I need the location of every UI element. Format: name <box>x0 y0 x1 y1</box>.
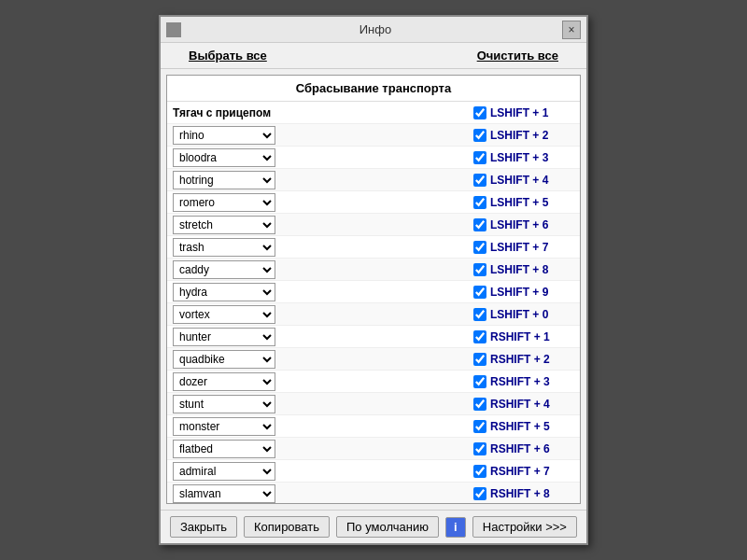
keybind-area: RSHIFT + 2 <box>473 353 574 366</box>
keybind-checkbox[interactable] <box>473 487 486 500</box>
list-item: dozerRSHIFT + 3 <box>167 371 580 393</box>
keybind-area: LSHIFT + 9 <box>473 286 574 299</box>
vehicle-select[interactable]: flatbed <box>173 440 275 458</box>
content-area: Сбрасывание транспорта Тягач с прицепомL… <box>166 75 581 504</box>
toolbar: Выбрать все Очистить все <box>161 43 586 69</box>
keybind-checkbox[interactable] <box>473 106 486 119</box>
list-item: romeroLSHIFT + 5 <box>167 191 580 214</box>
keybind-label: RSHIFT + 6 <box>490 442 574 455</box>
keybind-area: LSHIFT + 7 <box>473 241 574 254</box>
keybind-label: LSHIFT + 1 <box>490 106 574 119</box>
keybind-label: LSHIFT + 4 <box>490 174 574 187</box>
vehicle-select[interactable]: bloodra <box>173 148 275 167</box>
vehicle-select[interactable]: monster <box>173 417 275 436</box>
vehicle-select[interactable]: dozer <box>173 372 275 391</box>
keybind-label: LSHIFT + 8 <box>490 263 574 276</box>
list-item: stuntRSHIFT + 4 <box>167 393 580 415</box>
keybind-checkbox[interactable] <box>473 129 486 142</box>
keybind-checkbox[interactable] <box>473 174 486 187</box>
keybind-label: RSHIFT + 4 <box>490 398 574 411</box>
keybind-label: LSHIFT + 0 <box>490 308 574 321</box>
list-item: caddyLSHIFT + 8 <box>167 259 580 281</box>
keybind-area: LSHIFT + 3 <box>473 151 574 164</box>
keybind-area: RSHIFT + 3 <box>473 375 574 388</box>
keybind-label: RSHIFT + 1 <box>490 330 574 343</box>
keybind-checkbox[interactable] <box>473 263 486 276</box>
keybind-label: LSHIFT + 3 <box>490 151 574 164</box>
list-item: hydraLSHIFT + 9 <box>167 281 580 303</box>
vehicle-select[interactable]: romero <box>173 193 275 212</box>
keybind-checkbox[interactable] <box>473 353 486 366</box>
keybind-checkbox[interactable] <box>473 465 486 478</box>
list-item: Тягач с прицепомLSHIFT + 1 <box>167 102 580 124</box>
vehicle-select[interactable]: hydra <box>173 283 275 301</box>
keybind-label: RSHIFT + 5 <box>490 420 574 433</box>
keybind-area: RSHIFT + 5 <box>473 420 574 433</box>
keybind-checkbox[interactable] <box>473 375 486 388</box>
section-header: Сбрасывание транспорта <box>167 76 580 102</box>
keybind-area: LSHIFT + 8 <box>473 263 574 276</box>
list-item: stretchLSHIFT + 6 <box>167 214 580 236</box>
vehicle-select[interactable]: hunter <box>173 328 275 346</box>
keybind-area: LSHIFT + 0 <box>473 308 574 321</box>
keybind-area: LSHIFT + 5 <box>473 196 574 209</box>
keybind-checkbox[interactable] <box>473 398 486 411</box>
copy-button[interactable]: Копировать <box>244 516 330 538</box>
list-item: slamvanRSHIFT + 8 <box>167 483 580 503</box>
keybind-checkbox[interactable] <box>473 330 486 343</box>
vehicle-list[interactable]: Тягач с прицепомLSHIFT + 1rhinoLSHIFT + … <box>167 102 580 503</box>
close-button[interactable]: × <box>562 21 581 39</box>
vehicle-select[interactable]: slamvan <box>173 484 275 503</box>
vehicle-label: Тягач с прицепом <box>173 106 271 119</box>
keybind-label: LSHIFT + 6 <box>490 218 574 231</box>
vehicle-select[interactable]: stunt <box>173 395 275 413</box>
vehicle-select[interactable]: caddy <box>173 260 275 279</box>
list-item: rhinoLSHIFT + 2 <box>167 124 580 147</box>
vehicle-select[interactable]: admiral <box>173 462 275 481</box>
list-item: vortexLSHIFT + 0 <box>167 303 580 326</box>
keybind-checkbox[interactable] <box>473 218 486 231</box>
keybind-area: RSHIFT + 6 <box>473 442 574 455</box>
keybind-label: LSHIFT + 9 <box>490 286 574 299</box>
keybind-area: LSHIFT + 1 <box>473 106 574 119</box>
keybind-label: RSHIFT + 2 <box>490 353 574 366</box>
keybind-checkbox[interactable] <box>473 308 486 321</box>
vehicle-select[interactable]: hotring <box>173 171 275 189</box>
settings-button[interactable]: Настройки >>> <box>472 516 577 538</box>
list-item: hotringLSHIFT + 4 <box>167 169 580 191</box>
keybind-area: RSHIFT + 7 <box>473 465 574 478</box>
title-bar: Инфо × <box>161 17 586 43</box>
list-item: bloodraLSHIFT + 3 <box>167 147 580 169</box>
vehicle-select[interactable]: rhino <box>173 126 275 145</box>
keybind-area: LSHIFT + 4 <box>473 174 574 187</box>
keybind-checkbox[interactable] <box>473 151 486 164</box>
vehicle-select[interactable]: stretch <box>173 216 275 234</box>
window-icon <box>166 22 181 37</box>
select-all-button[interactable]: Выбрать все <box>189 49 267 63</box>
keybind-label: RSHIFT + 7 <box>490 465 574 478</box>
keybind-checkbox[interactable] <box>473 241 486 254</box>
clear-all-button[interactable]: Очистить все <box>477 49 558 63</box>
vehicle-select[interactable]: trash <box>173 238 275 257</box>
keybind-area: RSHIFT + 1 <box>473 330 574 343</box>
window-title: Инфо <box>189 22 562 36</box>
keybind-area: LSHIFT + 2 <box>473 129 574 142</box>
keybind-label: LSHIFT + 5 <box>490 196 574 209</box>
vehicle-select[interactable]: vortex <box>173 305 275 324</box>
keybind-checkbox[interactable] <box>473 286 486 299</box>
list-item: flatbedRSHIFT + 6 <box>167 438 580 460</box>
keybind-checkbox[interactable] <box>473 442 486 455</box>
vehicle-select[interactable]: quadbike <box>173 350 275 369</box>
footer: Закрыть Копировать По умолчанию i Настро… <box>161 510 586 543</box>
list-item: hunterRSHIFT + 1 <box>167 326 580 348</box>
keybind-area: RSHIFT + 8 <box>473 487 574 500</box>
keybind-label: LSHIFT + 2 <box>490 129 574 142</box>
list-item: quadbikeRSHIFT + 2 <box>167 348 580 371</box>
close-button[interactable]: Закрыть <box>170 516 237 538</box>
keybind-label: LSHIFT + 7 <box>490 241 574 254</box>
keybind-checkbox[interactable] <box>473 420 486 433</box>
keybind-label: RSHIFT + 8 <box>490 487 574 500</box>
default-button[interactable]: По умолчанию <box>336 516 439 538</box>
info-button[interactable]: i <box>445 517 466 538</box>
keybind-checkbox[interactable] <box>473 196 486 209</box>
